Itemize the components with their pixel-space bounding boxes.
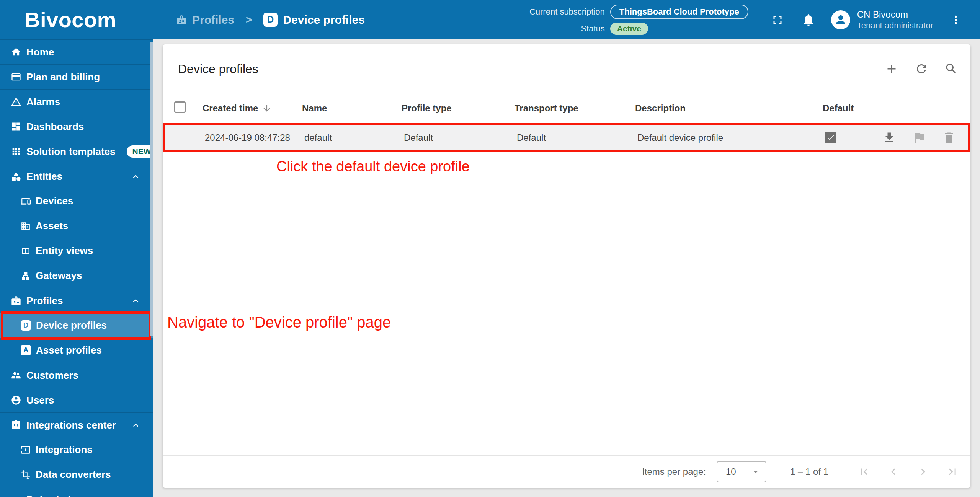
sidebar-item-plan-and-billing[interactable]: Plan and billing (0, 64, 153, 89)
chevron-left-icon (887, 465, 900, 478)
sidebar-item-label: Asset profiles (36, 344, 102, 356)
breadcrumb: Profiles > D Device profiles (176, 13, 365, 27)
sidebar-scrollbar-thumb[interactable] (150, 42, 153, 336)
top-right-area: Current subscription ThingsBoard Cloud P… (529, 5, 980, 35)
sidebar-item-assets[interactable]: Assets (0, 213, 153, 238)
make-default-button[interactable] (912, 131, 926, 145)
badge-icon (11, 295, 21, 306)
select-all-checkbox[interactable] (174, 101, 186, 113)
sidebar-item-data-converters[interactable]: Data converters (0, 462, 153, 487)
input-arrow-icon (21, 445, 31, 455)
chevron-up-icon[interactable] (131, 420, 141, 430)
sidebar-item-asset-profiles[interactable]: A Asset profiles (0, 338, 153, 363)
items-per-page-value: 10 (726, 466, 736, 477)
annotation-click-default-profile: Click the default device profile (276, 158, 470, 175)
view-quilt-icon (21, 246, 31, 256)
person-icon (834, 13, 848, 27)
subscription-plan-pill[interactable]: ThingsBoard Cloud Prototype (610, 5, 748, 19)
app-root: Bivocom Profiles > D Device profiles Cur… (0, 0, 980, 497)
annotation-navigate-device-profile: Navigate to "Device profile" page (167, 314, 391, 331)
cell-transport-type: Default (517, 132, 637, 143)
sidebar-item-label: Devices (36, 195, 73, 207)
notifications-button[interactable] (801, 13, 816, 27)
items-per-page-label: Items per page: (642, 466, 706, 477)
chevron-right-icon (916, 465, 929, 478)
sidebar-item-home[interactable]: Home (0, 39, 153, 64)
devices-icon (21, 196, 31, 206)
sidebar-item-customers[interactable]: Customers (0, 363, 153, 388)
sidebar-item-label: Gateways (36, 270, 82, 282)
sidebar-item-label: Home (26, 46, 54, 58)
brand-logo[interactable]: Bivocom (0, 0, 153, 39)
sidebar-item-label: Plan and billing (26, 71, 100, 83)
sidebar-item-devices[interactable]: Devices (0, 189, 153, 213)
first-page-button[interactable] (858, 465, 871, 478)
chevron-up-icon[interactable] (131, 171, 141, 182)
table-row-default-profile[interactable]: 2024-06-19 08:47:28 default Default Defa… (163, 123, 970, 152)
credit-card-icon (11, 72, 21, 82)
download-icon (882, 131, 896, 145)
sort-descending-icon (262, 103, 272, 113)
integration-clipboard-icon (11, 420, 21, 430)
refresh-icon (915, 62, 928, 76)
breadcrumb-current-label: Device profiles (283, 13, 364, 26)
dashboard-icon (11, 121, 21, 132)
user-role: Tenant administrator (857, 20, 933, 31)
default-checkbox-checked[interactable] (825, 132, 836, 143)
card-header: Device profiles (163, 44, 970, 93)
sidebar-item-entity-views[interactable]: Entity views (0, 238, 153, 263)
previous-page-button[interactable] (887, 465, 900, 478)
search-button[interactable] (944, 62, 958, 76)
column-header-default[interactable]: Default (823, 103, 880, 114)
sidebar-item-label: Users (26, 394, 54, 406)
trash-icon (942, 131, 956, 145)
sidebar-item-profiles[interactable]: Profiles (0, 288, 153, 313)
first-page-icon (858, 465, 871, 478)
sidebar-item-rule-chains[interactable]: Rule chains (0, 487, 153, 497)
next-page-button[interactable] (916, 465, 929, 478)
sidebar-item-device-profiles[interactable]: D Device profiles (0, 313, 153, 338)
column-header-description[interactable]: Description (635, 103, 823, 114)
column-header-created-time[interactable]: Created time (203, 103, 302, 114)
sidebar-item-entities[interactable]: Entities (0, 164, 153, 189)
warning-icon (11, 96, 21, 107)
sidebar-item-gateways[interactable]: Gateways (0, 263, 153, 288)
cell-default (825, 132, 882, 144)
page-range-label: 1 – 1 of 1 (790, 466, 828, 477)
sidebar-item-solution-templates[interactable]: Solution templates NEW (0, 139, 153, 164)
sidebar-item-integrations[interactable]: Integrations (0, 437, 153, 462)
home-icon (11, 47, 21, 57)
sidebar-item-label: Integrations center (26, 419, 116, 431)
sidebar-item-label: Customers (26, 370, 78, 381)
column-header-profile-type[interactable]: Profile type (402, 103, 514, 114)
sidebar-item-integrations-center[interactable]: Integrations center (0, 412, 153, 437)
add-device-profile-button[interactable] (885, 62, 898, 76)
sidebar-item-label: Data converters (36, 469, 111, 481)
user-avatar[interactable] (831, 10, 850, 29)
export-profile-button[interactable] (882, 131, 896, 145)
items-per-page-select[interactable]: 10 (717, 461, 766, 482)
column-header-name[interactable]: Name (302, 103, 402, 114)
table-header: Created time Name Profile type Transport… (163, 93, 970, 123)
entities-shapes-icon (11, 171, 21, 182)
delete-profile-button[interactable] (942, 131, 956, 145)
column-header-transport-type[interactable]: Transport type (514, 103, 635, 114)
cell-profile-type: Default (404, 132, 517, 143)
chevron-up-icon[interactable] (131, 296, 141, 306)
refresh-button[interactable] (915, 62, 928, 76)
more-menu-button[interactable] (949, 13, 962, 26)
breadcrumb-profiles[interactable]: Profiles (176, 13, 234, 26)
sidebar-item-alarms[interactable]: Alarms (0, 89, 153, 114)
sidebar-item-dashboards[interactable]: Dashboards (0, 114, 153, 139)
new-badge: NEW (127, 145, 153, 158)
last-page-button[interactable] (946, 465, 959, 478)
transform-icon (21, 470, 31, 480)
device-profile-icon: D (21, 320, 31, 331)
bell-icon (801, 13, 816, 27)
card-actions (885, 62, 958, 76)
cell-created-time: 2024-06-19 08:47:28 (205, 132, 304, 143)
check-icon (826, 133, 835, 142)
sidebar-item-users[interactable]: Users (0, 388, 153, 412)
search-icon (944, 62, 958, 76)
fullscreen-button[interactable] (771, 13, 784, 27)
